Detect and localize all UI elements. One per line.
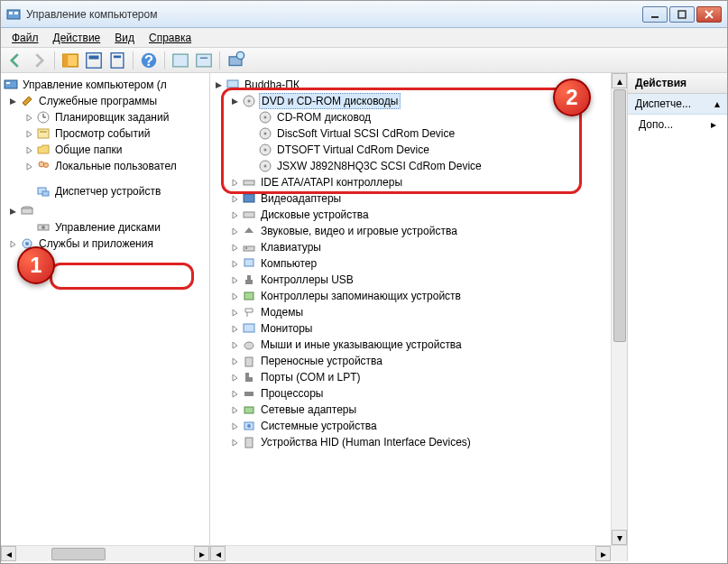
collapse-icon[interactable]: [6, 95, 19, 107]
device-item[interactable]: CD-ROM дисковод: [212, 109, 609, 125]
nav-forward-button[interactable]: [28, 51, 50, 70]
expand-icon[interactable]: [228, 436, 241, 448]
minimize-button[interactable]: [642, 6, 668, 23]
device-item[interactable]: DTSOFT Virtual CdRom Device: [212, 142, 609, 158]
scroll-up-arrow[interactable]: ▴: [612, 73, 627, 88]
expand-icon[interactable]: [228, 322, 241, 335]
tree-system-tools[interactable]: Служебные программы: [3, 93, 207, 109]
device-category[interactable]: Видеоадаптеры: [212, 190, 609, 207]
expand-icon[interactable]: [228, 257, 241, 270]
collapse-icon[interactable]: [6, 205, 19, 217]
device-category[interactable]: Переносные устройства: [212, 353, 609, 369]
expand-icon[interactable]: [228, 241, 241, 254]
device-tree[interactable]: Buddha-ПК DVD и CD-ROM дисководы CD-ROM …: [210, 73, 611, 543]
expand-icon[interactable]: [23, 143, 35, 156]
device-root[interactable]: Buddha-ПК: [212, 77, 609, 93]
svg-rect-25: [38, 129, 49, 138]
scroll-thumb[interactable]: [51, 548, 106, 560]
tree-shared-folders[interactable]: Общие папки: [3, 142, 207, 158]
expand-icon[interactable]: [228, 225, 241, 237]
category-icon: [242, 305, 256, 319]
device-item[interactable]: JSXW J892N8HQ3C SCSI CdRom Device: [212, 158, 609, 174]
expand-icon[interactable]: [228, 420, 241, 432]
expand-icon[interactable]: [228, 208, 241, 221]
tree-task-scheduler[interactable]: Планировщик заданий: [3, 109, 207, 125]
scroll-right-arrow[interactable]: ▸: [595, 546, 611, 561]
expand-icon[interactable]: [228, 355, 241, 367]
svg-rect-60: [244, 407, 253, 413]
device-category[interactable]: Мониторы: [212, 320, 609, 337]
device-category-dvd[interactable]: DVD и CD-ROM дисководы: [212, 93, 609, 109]
middle-horizontal-scrollbar[interactable]: ◂ ▸: [210, 545, 627, 561]
device-category[interactable]: Порты (COM и LPT): [212, 369, 609, 385]
expand-icon[interactable]: [228, 306, 241, 319]
device-category[interactable]: Дисковые устройства: [212, 207, 609, 223]
tree-root[interactable]: Управление компьютером (л: [3, 77, 207, 93]
device-item[interactable]: DiscSoft Virtual SCSI CdRom Device: [212, 125, 609, 142]
device-category[interactable]: IDE ATA/ATAPI контроллеры: [212, 174, 609, 190]
left-horizontal-scrollbar[interactable]: ◂ ▸: [1, 545, 209, 561]
expand-icon[interactable]: [228, 338, 241, 351]
expand-icon[interactable]: [228, 192, 241, 205]
maximize-button[interactable]: [669, 6, 695, 23]
collapse-icon[interactable]: [228, 95, 241, 107]
actions-context[interactable]: Диспетче... ▴: [628, 94, 727, 115]
expand-icon[interactable]: [228, 387, 241, 400]
scroll-thumb[interactable]: [613, 89, 626, 342]
tree-event-viewer[interactable]: Просмотр событий: [3, 125, 207, 142]
toolbar-separator: [219, 51, 220, 69]
device-category[interactable]: Сетевые адаптеры: [212, 402, 609, 418]
category-icon: [242, 435, 256, 449]
device-category[interactable]: Компьютер: [212, 255, 609, 272]
collapse-icon[interactable]: [212, 79, 225, 91]
menu-help[interactable]: Справка: [142, 30, 198, 46]
close-button[interactable]: [696, 6, 722, 23]
svg-rect-59: [244, 392, 253, 396]
actions-panel: Действия Диспетче... ▴ Допо... ▸: [628, 73, 727, 561]
tree-disk-management[interactable]: Управление дисками: [3, 219, 207, 236]
tree-storage[interactable]: [3, 203, 207, 219]
scroll-down-arrow[interactable]: ▾: [612, 530, 627, 545]
actions-more[interactable]: Допо... ▸: [628, 115, 727, 134]
device-category[interactable]: Устройства HID (Human Interface Devices): [212, 434, 609, 450]
device-category[interactable]: Контроллеры запоминающих устройств: [212, 288, 609, 304]
extra-button-2[interactable]: [193, 51, 215, 70]
expand-icon[interactable]: [228, 290, 241, 302]
device-category[interactable]: Клавиатуры: [212, 239, 609, 255]
device-category[interactable]: Контроллеры USB: [212, 272, 609, 288]
show-hide-tree-button[interactable]: [60, 51, 81, 70]
scroll-right-arrow[interactable]: ▸: [194, 546, 209, 561]
menu-file[interactable]: Файл: [5, 30, 46, 46]
scope-tree[interactable]: Управление компьютером (л Служебные прог…: [1, 73, 209, 543]
device-category[interactable]: Системные устройства: [212, 418, 609, 434]
scan-hardware-button[interactable]: [225, 51, 246, 70]
tree-device-manager[interactable]: Диспетчер устройств: [3, 183, 207, 199]
device-category[interactable]: Мыши и иные указывающие устройства: [212, 337, 609, 353]
scope-panel: Управление компьютером (л Служебные прог…: [1, 73, 210, 561]
expand-icon[interactable]: [228, 176, 241, 189]
device-category[interactable]: Модемы: [212, 304, 609, 320]
expand-icon[interactable]: [228, 273, 241, 286]
middle-vertical-scrollbar[interactable]: ▴ ▾: [611, 73, 627, 545]
expand-icon[interactable]: [228, 371, 241, 384]
tree-local-users[interactable]: Локальные пользовател: [3, 158, 207, 174]
expand-icon[interactable]: [23, 127, 35, 140]
device-category[interactable]: Звуковые, видео и игровые устройства: [212, 223, 609, 239]
menu-action[interactable]: Действие: [46, 30, 108, 46]
menu-view[interactable]: Вид: [107, 30, 142, 46]
svg-rect-1: [9, 12, 13, 14]
nav-back-button[interactable]: [5, 51, 26, 70]
expand-icon[interactable]: [23, 111, 35, 124]
expand-icon[interactable]: [6, 237, 19, 250]
scroll-left-arrow[interactable]: ◂: [1, 546, 16, 561]
expand-icon[interactable]: [228, 403, 241, 416]
device-category[interactable]: Процессоры: [212, 385, 609, 402]
svg-rect-21: [6, 82, 10, 84]
export-button[interactable]: [106, 51, 128, 70]
scroll-left-arrow[interactable]: ◂: [210, 546, 226, 561]
help-button[interactable]: ?: [138, 51, 160, 70]
properties-button[interactable]: [83, 51, 105, 70]
expand-icon[interactable]: [23, 160, 35, 172]
result-panel: Buddha-ПК DVD и CD-ROM дисководы CD-ROM …: [210, 73, 628, 561]
extra-button-1[interactable]: [170, 51, 191, 70]
